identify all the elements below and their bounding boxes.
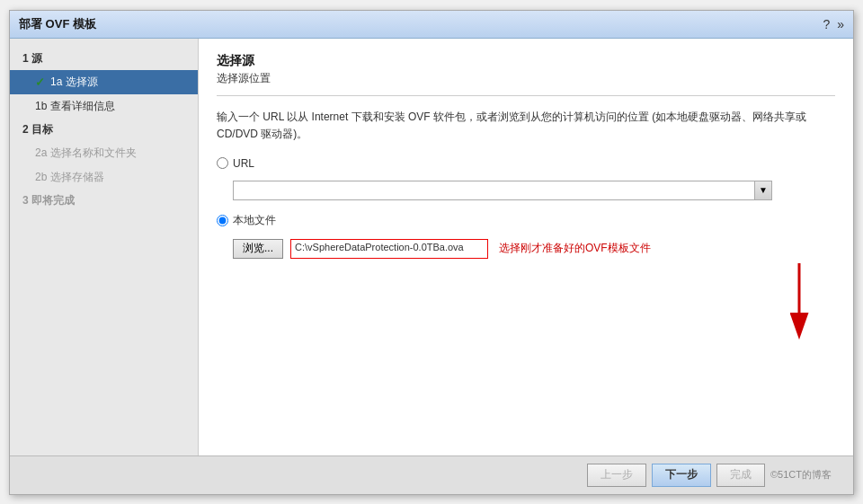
sidebar: 1 源 ✓ 1a 选择源 1b 查看详细信息 2 目标 2a 选择名称和文件夹 … <box>10 39 199 455</box>
finish-button[interactable]: 完成 <box>716 464 765 487</box>
description: 输入一个 URL 以从 Internet 下载和安装 OVF 软件包，或者浏览到… <box>217 109 835 143</box>
dialog-title: 部署 OVF 模板 <box>19 16 96 32</box>
sidebar-group-3: 3 即将完成 <box>10 190 198 212</box>
url-row: ▼ <box>217 181 835 200</box>
arrow-area <box>217 259 835 349</box>
url-radio-text: URL <box>233 157 254 170</box>
sidebar-item-2a-label: 2a 选择名称和文件夹 <box>35 146 137 161</box>
red-arrow-icon <box>772 259 817 340</box>
prev-button[interactable]: 上一步 <box>587 464 646 487</box>
section-title: 选择源 <box>217 53 835 69</box>
dialog-body: 1 源 ✓ 1a 选择源 1b 查看详细信息 2 目标 2a 选择名称和文件夹 … <box>10 39 853 455</box>
url-radio[interactable] <box>217 157 228 169</box>
dialog-titlebar: 部署 OVF 模板 ? » <box>10 11 853 39</box>
forward-icon[interactable]: » <box>837 17 844 31</box>
file-path-display: C:\vSphereDataProtection-0.0TBa.ova <box>290 239 488 259</box>
sidebar-group-1: 1 源 <box>10 48 198 70</box>
annotation-text: 选择刚才准备好的OVF模板文件 <box>499 241 651 256</box>
sidebar-item-2b-label: 2b 选择存储器 <box>35 170 104 185</box>
deploy-ovf-dialog: 部署 OVF 模板 ? » 1 源 ✓ 1a 选择源 1b 查看详细信息 2 目… <box>9 10 854 495</box>
local-file-radio[interactable] <box>217 215 228 226</box>
dialog-footer: 上一步 下一步 完成 ©51CT的博客 <box>10 455 853 494</box>
next-button[interactable]: 下一步 <box>652 464 711 487</box>
watermark-text: ©51CT的博客 <box>770 468 832 482</box>
local-file-radio-row: 本地文件 <box>217 213 835 228</box>
main-content: 选择源 选择源位置 输入一个 URL 以从 Internet 下载和安装 OVF… <box>199 39 853 455</box>
divider <box>217 95 835 96</box>
local-file-radio-text: 本地文件 <box>233 213 276 228</box>
url-input-wrap: ▼ <box>233 181 772 200</box>
browse-button[interactable]: 浏览... <box>233 239 283 259</box>
sidebar-item-1b[interactable]: 1b 查看详细信息 <box>10 94 198 119</box>
checkmark-icon: ✓ <box>35 75 45 89</box>
title-actions: ? » <box>823 17 844 31</box>
url-input[interactable] <box>233 181 754 200</box>
section-subtitle: 选择源位置 <box>217 71 835 86</box>
sidebar-item-1b-label: 1b 查看详细信息 <box>35 99 115 114</box>
url-radio-label[interactable]: URL <box>217 157 254 170</box>
local-file-row: 浏览... C:\vSphereDataProtection-0.0TBa.ov… <box>217 239 835 259</box>
local-file-radio-label[interactable]: 本地文件 <box>217 213 276 228</box>
sidebar-item-2b[interactable]: 2b 选择存储器 <box>10 165 198 190</box>
sidebar-item-1a[interactable]: ✓ 1a 选择源 <box>10 70 198 94</box>
sidebar-item-1a-label: 1a 选择源 <box>50 75 98 90</box>
help-icon[interactable]: ? <box>823 17 830 31</box>
url-dropdown-btn[interactable]: ▼ <box>754 181 772 200</box>
sidebar-group-2: 2 目标 <box>10 119 198 141</box>
url-radio-row: URL <box>217 157 835 170</box>
sidebar-item-2a[interactable]: 2a 选择名称和文件夹 <box>10 141 198 165</box>
